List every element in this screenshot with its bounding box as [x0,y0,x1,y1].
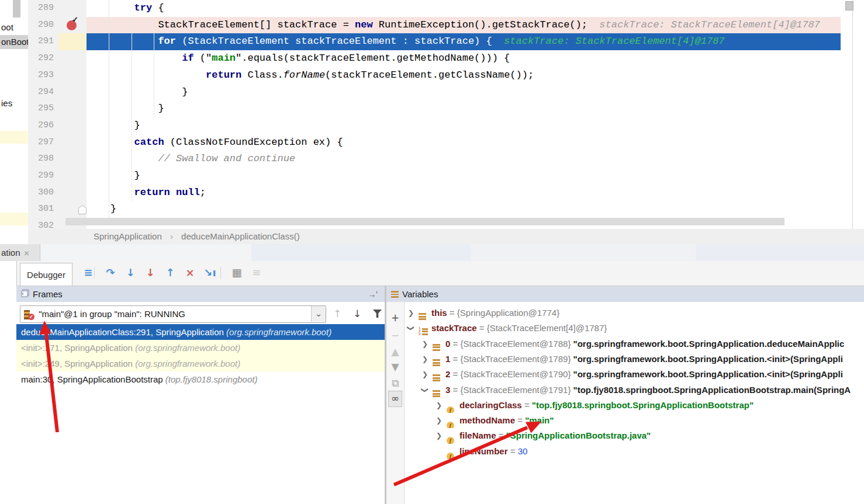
code-line[interactable]: for (StackTraceElement stackTraceElement… [87,33,841,50]
thread-selector-dropdown[interactable]: ✓ "main"@1 in group "main": RUNNING ⌄ [20,305,326,323]
line-number[interactable]: 301 [28,201,54,218]
toolbar-separator [220,267,221,279]
variable-value: {StackTraceElement@1791} [460,385,573,395]
project-item[interactable]: onBoot [1,37,28,47]
object-icon [433,387,440,398]
tab-bar-segment [471,244,696,261]
close-icon[interactable]: ✕ [24,249,30,258]
run-to-cursor-icon[interactable]: ↘ı [202,265,218,281]
line-number[interactable]: 302 [28,218,54,229]
code-line[interactable]: try { [87,0,841,17]
equals-sign: = [477,323,487,333]
breakpoint-verified-check-icon: ✓ [72,15,78,24]
variable-row[interactable]: ❯0 = {StackTraceElement@1788} "org.sprin… [405,336,864,352]
chevron-expanded-icon[interactable]: ❯ [405,325,419,331]
chevron-collapsed-icon[interactable]: ❯ [422,352,428,367]
step-into-icon[interactable]: ↓ [122,265,139,281]
variable-row[interactable]: ❯123stackTrace = {StackTraceElement[4]@1… [405,321,864,336]
move-up-icon[interactable]: ▲ [386,344,404,359]
duplicate-icon[interactable]: ⧉ [386,376,404,391]
chevron-expanded-icon[interactable]: ❯ [417,387,433,393]
breadcrumb-class[interactable]: SpringApplication [94,231,162,241]
code-text: } [87,100,164,117]
frame-location: main:30, SpringApplicationBootstrap [21,374,165,384]
code-line[interactable]: } [87,201,841,218]
line-number[interactable]: 293 [28,67,54,84]
line-number[interactable]: 299 [28,168,54,185]
chevron-collapsed-icon[interactable]: ❯ [436,398,442,413]
code-line[interactable]: return null; [87,185,841,201]
line-number[interactable]: 298 [28,151,54,168]
variable-row[interactable]: ❯2 = {StackTraceElement@1790} "org.sprin… [405,367,864,382]
evaluate-expression-icon[interactable]: ▦ [229,265,245,281]
add-watch-icon[interactable]: + [386,310,404,325]
frames-panel-header: Frames →' [16,286,385,303]
prev-frame-icon[interactable]: ↑ [330,305,345,322]
show-watches-icon[interactable]: ∞ [388,391,402,407]
stack-frame-row[interactable]: deduceMainApplicationClass:291, SpringAp… [16,324,385,340]
horizontal-scrollbar-thumb[interactable] [65,218,784,225]
line-number[interactable]: 300 [28,185,54,201]
variable-value: "main" [525,415,554,425]
variable-value: "top.fjy8018.springboot.SpringApplicatio… [532,400,754,410]
chevron-collapsed-icon[interactable]: ❯ [422,367,428,382]
chevron-collapsed-icon[interactable]: ❯ [436,413,442,428]
code-editor[interactable]: try {StackTraceElement[] stackTrace = ne… [87,0,852,229]
breadcrumb-method[interactable]: deduceMainApplicationClass() [181,231,300,241]
code-line[interactable]: if ("main".equals(stackTraceElement.getM… [87,50,841,67]
project-item[interactable]: oot [1,22,13,32]
variable-row[interactable]: ❯this = {SpringApplication@1774} [405,305,864,321]
chevron-down-icon[interactable]: ⌄ [311,306,326,322]
hide-frames-filter-icon[interactable] [373,310,382,318]
variable-row[interactable]: ❯fmethodName = "main" [405,413,864,428]
code-line[interactable]: catch (ClassNotFoundException ex) { [87,134,841,151]
line-number[interactable]: 292 [28,50,54,67]
editor-gutter[interactable]: 289290✓291292293294295296297298299300301… [28,0,87,229]
step-over-icon[interactable]: ↷ [102,265,119,281]
chevron-collapsed-icon[interactable]: ❯ [408,305,414,321]
variable-row[interactable]: ❯1 = {StackTraceElement@1789} "org.sprin… [405,352,864,367]
move-down-icon[interactable]: ▼ [386,359,404,374]
code-line[interactable]: } [87,168,841,185]
next-frame-icon[interactable]: ↓ [350,305,365,322]
line-number[interactable]: 291 [28,33,54,50]
code-line[interactable]: return Class.forName(stackTraceElement.g… [87,67,841,84]
focus-frame-icon[interactable]: →' [368,286,378,303]
variable-row[interactable]: flineNumber = 30 [405,444,864,459]
chevron-collapsed-icon[interactable]: ❯ [422,336,428,352]
step-out-icon[interactable]: ↑ [162,265,178,281]
force-step-into-icon[interactable]: ↓ [142,265,158,281]
code-line[interactable]: } [87,100,841,117]
drop-frame-icon[interactable]: × [182,265,198,281]
chevron-collapsed-icon[interactable]: ❯ [436,428,442,443]
project-scrollbar-thumb[interactable] [13,0,20,18]
code-line[interactable]: // Swallow and continue [87,151,841,168]
code-line[interactable]: StackTraceElement[] stackTrace = new Run… [87,17,841,34]
line-number[interactable]: 294 [28,84,54,101]
breakpoint-icon[interactable]: ✓ [67,20,77,30]
frames-panel: ✓ "main"@1 in group "main": RUNNING ⌄ ↑↓… [16,302,385,504]
variable-row[interactable]: ❯fdeclaringClass = "top.fjy8018.springbo… [405,398,864,413]
debugger-toolbar: Debugger ≡↷↓↓↑×↘ı▦≋ [17,261,864,286]
line-number[interactable]: 290 [28,17,54,34]
remove-watch-icon[interactable]: − [386,328,404,343]
settings-sliders-icon[interactable]: ≋ [248,265,265,281]
stack-frame-row[interactable]: <init>:249, SpringApplication (org.sprin… [16,356,385,371]
line-number[interactable]: 297 [28,134,54,151]
project-item[interactable]: ies [1,98,12,108]
code-line[interactable]: } [87,117,841,134]
variable-row[interactable]: ❯ffileName = "SpringApplicationBootstrap… [405,428,864,443]
stack-frame-row[interactable]: <init>:271, SpringApplication (org.sprin… [16,340,385,356]
fold-marker-icon[interactable] [78,205,87,214]
code-line[interactable]: } [87,84,841,101]
debug-session-tab[interactable]: ation✕ [0,244,40,261]
variable-value: {SpringApplication@1774} [457,308,559,318]
line-number[interactable]: 289 [28,0,54,17]
tab-bar-segment [251,244,471,261]
stack-frame-row[interactable]: main:30, SpringApplicationBootstrap (top… [16,371,385,387]
line-number[interactable]: 295 [28,100,54,117]
line-number[interactable]: 296 [28,117,54,134]
tab-debugger[interactable]: Debugger [20,263,72,286]
vertical-scrollbar-thumb[interactable] [845,1,853,11]
variable-row[interactable]: ❯3 = {StackTraceElement@1791} "top.fjy80… [405,383,864,398]
